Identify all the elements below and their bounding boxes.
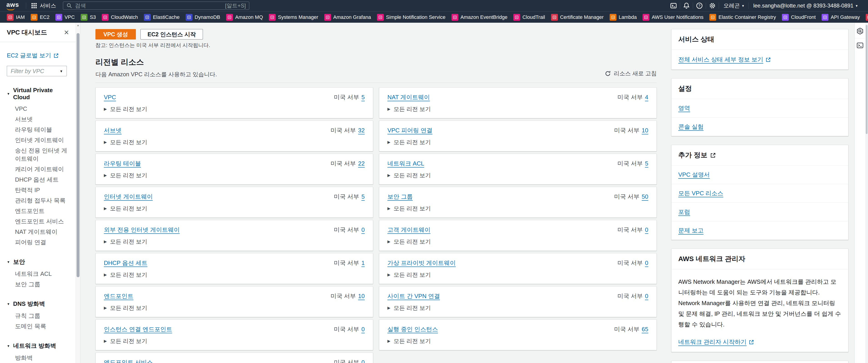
refresh-resources-button[interactable]: 리소스 새로 고침 (604, 70, 657, 77)
sidebar-section-virtual-private-cloud[interactable]: ▼Virtual Private Cloud (7, 87, 70, 101)
resource-link[interactable]: 엔드포인트 (104, 292, 133, 300)
resource-link[interactable]: 외부 전용 인터넷 게이트웨이 (104, 226, 180, 234)
sidebar-item-규칙-그룹[interactable]: 규칙 그룹 (7, 310, 70, 321)
resource-link[interactable]: 인스턴스 연결 엔드포인트 (104, 325, 172, 333)
see-all-regions-expander[interactable]: ▶모든 리전 보기 (104, 271, 365, 278)
cloudshell-rail-button[interactable] (855, 39, 866, 52)
resource-count-link[interactable]: 65 (642, 326, 648, 333)
search-input[interactable]: 검색 [알트+S] (63, 2, 249, 10)
resource-link[interactable]: 실행 중인 인스턴스 (388, 325, 438, 333)
sidebar-item-dhcp-옵션-세트[interactable]: DHCP 옵션 세트 (7, 174, 70, 185)
favorite-amazon-eventbridge[interactable]: Amazon EventBridge (452, 14, 507, 21)
favorite-systems-manager[interactable]: Systems Manager (269, 14, 318, 21)
resource-link[interactable]: VPC (104, 94, 116, 101)
favorite-amazon-mq[interactable]: Amazon MQ (226, 14, 263, 21)
see-all-regions-expander[interactable]: ▶모든 리전 보기 (388, 138, 648, 146)
sidebar-item-보안-그룹[interactable]: 보안 그룹 (7, 279, 70, 290)
see-all-regions-expander[interactable]: ▶모든 리전 보기 (104, 304, 365, 312)
favorite-certificate-manager[interactable]: Certificate Manager (551, 14, 604, 21)
see-all-regions-expander[interactable]: ▶모든 리전 보기 (388, 337, 648, 345)
sidebar-item-엔드포인트-서비스[interactable]: 엔드포인트 서비스 (7, 216, 70, 227)
resource-link[interactable]: VPC 피어링 연결 (388, 127, 432, 134)
sidebar-item-피어링-연결[interactable]: 피어링 연결 (7, 237, 70, 248)
resource-count-link[interactable]: 0 (645, 226, 648, 233)
see-all-regions-expander[interactable]: ▶모든 리전 보기 (104, 337, 365, 345)
resource-link[interactable]: 엔드포인트 서비스 (104, 359, 153, 363)
see-all-regions-expander[interactable]: ▶모든 리전 보기 (388, 205, 648, 212)
sidebar-item-탄력적-ip[interactable]: 탄력적 IP (7, 185, 70, 195)
ec2-global-view-link[interactable]: EC2 글로벌 보기 (7, 52, 59, 60)
services-menu-button[interactable]: 서비스 (31, 2, 56, 9)
resource-count-link[interactable]: 1 (362, 260, 365, 266)
favorite-iam[interactable]: IAM (7, 14, 25, 21)
favorite-cloudfront[interactable]: CloudFront (782, 14, 816, 21)
sidebar-item-vpc[interactable]: VPC (7, 103, 70, 114)
favorite-amazon-grafana[interactable]: Amazon Grafana (324, 14, 371, 21)
favorite-vpc[interactable]: VPC (56, 14, 75, 21)
sidebar-item-방화벽[interactable]: 방화벽 (7, 353, 70, 363)
resource-link[interactable]: 라우팅 테이블 (104, 160, 141, 168)
sidebar-section-dns-방화벽[interactable]: ▼DNS 방화벽 (7, 300, 70, 308)
help-button[interactable]: ? (693, 0, 706, 11)
sidebar-item-엔드포인트[interactable]: 엔드포인트 (7, 206, 70, 216)
sidebar-item-캐리어-게이트웨이[interactable]: 캐리어 게이트웨이 (7, 164, 70, 174)
resource-link[interactable]: 인터넷 게이트웨이 (104, 193, 153, 201)
favorite-simple-notification-service[interactable]: Simple Notification Service (377, 14, 445, 21)
see-all-regions-expander[interactable]: ▶모든 리전 보기 (104, 205, 365, 212)
see-all-regions-expander[interactable]: ▶모든 리전 보기 (104, 138, 365, 146)
resource-count-link[interactable]: 22 (358, 160, 365, 167)
create-vpc-button[interactable]: VPC 생성 (95, 29, 136, 39)
filter-by-vpc-select[interactable]: Filter by VPC ▼ (7, 66, 67, 76)
resource-link[interactable]: NAT 게이트웨이 (388, 93, 430, 101)
sidebar-scrollbar-thumb[interactable] (76, 33, 80, 277)
sidebar-item-인터넷-게이트웨이[interactable]: 인터넷 게이트웨이 (7, 135, 70, 145)
sidebar-section-보안[interactable]: ▼보안 (7, 258, 70, 266)
favorite-elasticache[interactable]: ElastiCache (144, 14, 180, 21)
resource-link[interactable]: 서브넷 (104, 127, 122, 134)
resource-count-link[interactable]: 50 (642, 193, 648, 200)
resource-count-link[interactable]: 5 (362, 193, 365, 200)
panel-link-모든-vpc-리소스[interactable]: 모든 VPC 리소스 (672, 184, 848, 202)
resource-link[interactable]: DHCP 옵션 세트 (104, 259, 148, 267)
resource-link[interactable]: 보안 그룹 (388, 193, 413, 201)
resource-count-link[interactable]: 4 (645, 94, 648, 101)
favorite-s3[interactable]: S3 (81, 14, 96, 21)
aws-logo[interactable]: aws (6, 1, 21, 11)
see-all-regions-expander[interactable]: ▶모든 리전 보기 (104, 238, 365, 245)
sidebar-item-서브넷[interactable]: 서브넷 (7, 114, 70, 124)
see-all-regions-expander[interactable]: ▶모든 리전 보기 (388, 271, 648, 278)
see-all-regions-expander[interactable]: ▶모든 리전 보기 (388, 172, 648, 179)
panel-link-콘솔-실험[interactable]: 콘솔 실험 (672, 118, 848, 136)
amazon-q-button[interactable] (855, 25, 866, 37)
panel-link-영역[interactable]: 영역 (672, 99, 848, 118)
favorite-dynamodb[interactable]: DynamoDB (186, 14, 220, 21)
settings-button[interactable] (706, 0, 719, 11)
sidebar-item-네트워크-acl[interactable]: 네트워크 ACL (7, 269, 70, 279)
resource-link[interactable]: 가상 프라이빗 게이트웨이 (388, 259, 456, 267)
launch-ec2-instance-button[interactable]: EC2 인스턴스 시작 (141, 29, 203, 39)
sidebar-item-라우팅-테이블[interactable]: 라우팅 테이블 (7, 124, 70, 135)
favorite-api-gateway[interactable]: API Gateway (822, 14, 860, 21)
resource-count-link[interactable]: 0 (645, 260, 648, 266)
see-all-regions-expander[interactable]: ▶모든 리전 보기 (388, 304, 648, 312)
favorite-lambda[interactable]: Lambda (610, 14, 637, 21)
favorite-aws-user-notifications[interactable]: AWS User Notifications (643, 14, 704, 21)
panel-link-vpc-설명서[interactable]: VPC 설명서 (672, 165, 848, 184)
get-started-network-manager-link[interactable]: 네트워크 관리자 시작하기 (678, 338, 754, 346)
panel-link-포럼[interactable]: 포럼 (672, 202, 848, 221)
resource-count-link[interactable]: 0 (645, 293, 648, 300)
cloudshell-button[interactable] (667, 0, 680, 11)
favorite-elastic-container-registry[interactable]: Elastic Container Registry (709, 14, 776, 21)
resource-count-link[interactable]: 5 (362, 94, 365, 101)
resource-link[interactable]: 고객 게이트웨이 (388, 226, 430, 234)
close-icon[interactable]: × (64, 28, 69, 37)
see-all-regions-expander[interactable]: ▶모든 리전 보기 (104, 105, 365, 113)
account-menu[interactable]: lee.sangha@lotte.net @ 8393-3488-0891 ▾ (749, 2, 862, 9)
page-scrollbar-thumb[interactable] (866, 25, 868, 134)
see-all-regions-expander[interactable]: ▶모든 리전 보기 (104, 172, 365, 179)
favorite-cloudtrail[interactable]: CloudTrail (513, 14, 545, 21)
resource-count-link[interactable]: 5 (645, 160, 648, 167)
panel-link-문제-보고[interactable]: 문제 보고 (672, 221, 848, 240)
see-all-regions-expander[interactable]: ▶모든 리전 보기 (388, 105, 648, 113)
notifications-button[interactable] (680, 0, 693, 11)
